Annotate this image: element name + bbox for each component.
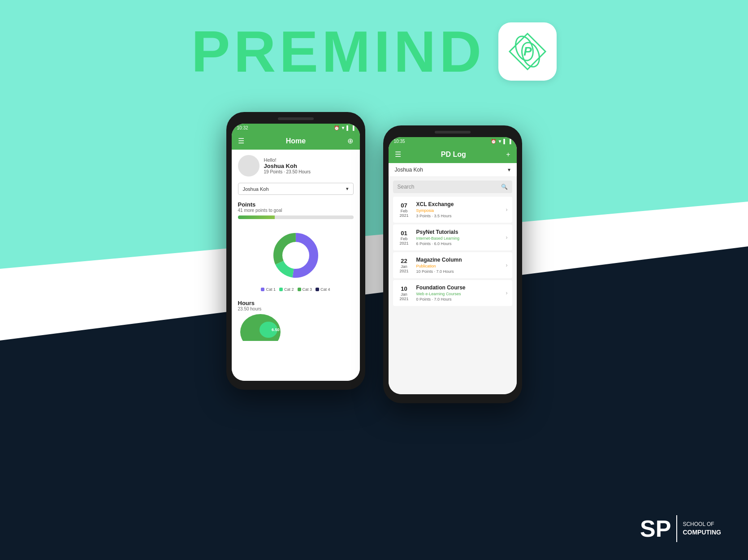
pd-info-4: Foundation Course Web e-Learning Courses… xyxy=(416,284,501,302)
sp-letters: SP xyxy=(640,517,671,540)
pdlog-status-bar: 10:35 ⏰ ▼ ▌ ▐ xyxy=(389,137,517,146)
cat1-color xyxy=(261,288,264,291)
pd-category-1: Symposia xyxy=(416,208,501,213)
pd-info-1: XCL Exchange Symposia 3 Points · 3.5 Hou… xyxy=(416,201,501,218)
pd-year-3: 2021 xyxy=(398,269,411,273)
wifi-icon-2: ▼ xyxy=(497,139,502,144)
profile-name: Joshua Koh xyxy=(264,163,311,169)
legend-cat3: Cat 3 xyxy=(298,287,312,292)
brand-title: PREMIND xyxy=(191,22,485,81)
pdlog-search-bar[interactable]: Search 🔍 xyxy=(393,181,512,193)
points-progress-bar xyxy=(238,215,354,219)
home-time: 10:32 xyxy=(237,125,248,130)
pd-month-1: Feb xyxy=(398,209,411,213)
avatar xyxy=(238,155,259,177)
home-user-selector[interactable]: Joshua Koh ▾ xyxy=(238,183,354,195)
pd-entry-1[interactable]: 07 Feb 2021 XCL Exchange Symposia 3 Poin… xyxy=(393,197,512,223)
points-progress-fill xyxy=(238,215,275,219)
cat2-label: Cat 2 xyxy=(284,287,294,292)
pdlog-app-bar-title: PD Log xyxy=(441,151,466,159)
search-icon: 🔍 xyxy=(501,184,508,190)
pdlog-content: Joshua Koh ▾ Search 🔍 07 Feb 2021 xyxy=(389,163,517,394)
pd-date-2: 01 Feb 2021 xyxy=(398,230,411,246)
profile-stats: 19 Points · 23.50 Hours xyxy=(264,169,311,174)
sp-logo: SP SCHOOL OF COMPUTING xyxy=(640,515,721,542)
pd-meta-4: 0 Points · 7.0 Hours xyxy=(416,297,501,302)
home-app-bar-title: Home xyxy=(286,137,306,145)
pd-info-2: PsyNet Tutorials Internet-Based Learning… xyxy=(416,229,501,246)
battery-icon: ▐ xyxy=(351,125,354,130)
pd-month-4: Jan xyxy=(398,292,411,297)
pd-date-4: 10 Jan 2021 xyxy=(398,285,411,301)
cat1-label: Cat 1 xyxy=(266,287,276,292)
pd-day-2: 01 xyxy=(398,230,411,237)
svg-text:3: 3 xyxy=(302,254,304,259)
home-status-bar: 10:32 ⏰ ▼ ▌ ▐ xyxy=(232,124,360,132)
wifi-icon: ▼ xyxy=(341,125,345,130)
pd-category-3: Publication xyxy=(416,264,501,268)
pd-category-4: Web e-Learning Courses xyxy=(416,292,501,296)
pdlog-menu-icon[interactable]: ☰ xyxy=(395,150,401,159)
svg-text:10: 10 xyxy=(287,243,292,249)
pd-date-1: 07 Feb 2021 xyxy=(398,202,411,218)
pd-date-3: 22 Jan 2021 xyxy=(398,258,411,273)
pd-entry-3[interactable]: 22 Jan 2021 Magazine Column Publication … xyxy=(393,252,512,278)
user-selector-value: Joshua Koh xyxy=(243,186,269,192)
pd-entry-2[interactable]: 01 Feb 2021 PsyNet Tutorials Internet-Ba… xyxy=(393,224,512,250)
pd-day-4: 10 xyxy=(398,285,411,292)
pd-entry-4[interactable]: 10 Jan 2021 Foundation Course Web e-Lear… xyxy=(393,280,512,306)
sp-divider xyxy=(676,515,677,542)
pdlog-dropdown-icon: ▾ xyxy=(508,167,510,173)
chart-legend: Cat 1 Cat 2 Cat 3 Cat 4 xyxy=(261,287,330,292)
hours-subtitle: 23.50 hours xyxy=(238,306,354,311)
pdlog-user-dropdown[interactable]: Joshua Koh ▾ xyxy=(389,163,517,177)
home-app-bar: ☰ Home ⊕ xyxy=(232,132,360,150)
cat2-color xyxy=(279,288,283,291)
points-subtitle: 41 more points to goal xyxy=(238,208,354,213)
phone-home: 10:32 ⏰ ▼ ▌ ▐ ☰ Home ⊕ xyxy=(226,112,365,390)
pd-title-3: Magazine Column xyxy=(416,257,501,263)
greeting: Hello! xyxy=(264,157,311,163)
pd-day-3: 22 xyxy=(398,258,411,264)
pd-meta-1: 3 Points · 3.5 Hours xyxy=(416,214,501,218)
sp-school-text: SCHOOL OF COMPUTING xyxy=(683,521,721,537)
donut-chart-container: 10 3 6 Cat 1 Cat 2 xyxy=(232,224,360,293)
hours-title: Hours xyxy=(238,300,354,306)
pd-year-4: 2021 xyxy=(398,297,411,301)
cat4-color xyxy=(316,288,319,291)
svg-text:6.50: 6.50 xyxy=(272,327,280,332)
sp-school-line1: SCHOOL OF xyxy=(683,521,721,528)
signal-icon-2: ▌ xyxy=(503,139,506,144)
pdlog-app-bar: ☰ PD Log + xyxy=(389,146,517,163)
pd-arrow-4: › xyxy=(506,290,508,296)
hours-section: Hours 23.50 hours 6.50 xyxy=(232,296,360,343)
alarm-icon: ⏰ xyxy=(334,125,339,130)
home-action-icon[interactable]: ⊕ xyxy=(347,137,353,145)
pd-year-2: 2021 xyxy=(398,241,411,246)
pd-meta-3: 10 Points · 7.0 Hours xyxy=(416,269,501,274)
pdlog-add-icon[interactable]: + xyxy=(506,151,510,159)
home-menu-icon[interactable]: ☰ xyxy=(238,137,244,145)
phone-pdlog: 10:35 ⏰ ▼ ▌ ▐ ☰ PD Log + Joshua Koh xyxy=(383,125,522,403)
phone-notch-2 xyxy=(435,131,471,134)
alarm-icon-2: ⏰ xyxy=(491,139,496,144)
home-screen: 10:32 ⏰ ▼ ▌ ▐ ☰ Home ⊕ xyxy=(232,124,360,381)
svg-text:6: 6 xyxy=(287,258,290,264)
pdlog-user-value: Joshua Koh xyxy=(395,167,423,173)
legend-cat1: Cat 1 xyxy=(261,287,276,292)
pd-title-4: Foundation Course xyxy=(416,284,501,291)
pd-arrow-1: › xyxy=(506,207,508,213)
pd-day-1: 07 xyxy=(398,202,411,209)
app-icon: P xyxy=(498,22,557,81)
pdlog-status-icons: ⏰ ▼ ▌ ▐ xyxy=(491,139,511,144)
hours-chart-preview: 6.50 xyxy=(238,314,283,341)
pd-arrow-3: › xyxy=(506,262,508,268)
pd-info-3: Magazine Column Publication 10 Points · … xyxy=(416,257,501,274)
pd-category-2: Internet-Based Learning xyxy=(416,236,501,241)
home-profile: Hello! Joshua Koh 19 Points · 23.50 Hour… xyxy=(232,150,360,180)
donut-chart: 10 3 6 xyxy=(267,226,325,284)
pd-month-2: Feb xyxy=(398,237,411,241)
pdlog-screen: 10:35 ⏰ ▼ ▌ ▐ ☰ PD Log + Joshua Koh xyxy=(389,137,517,394)
cat3-color xyxy=(298,288,301,291)
pdlog-entries: 07 Feb 2021 XCL Exchange Symposia 3 Poin… xyxy=(389,197,517,306)
